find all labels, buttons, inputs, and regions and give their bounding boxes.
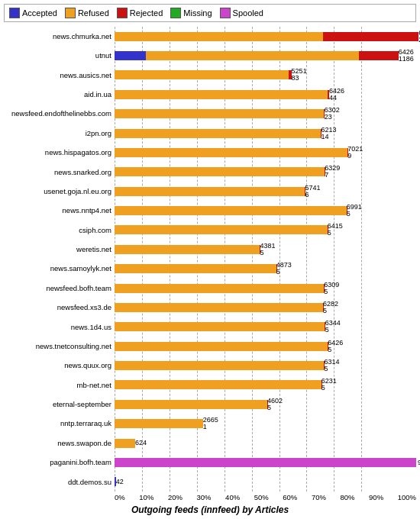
x-label-2: 20% (168, 493, 183, 501)
y-label-16: news.tnetconsulting.net (4, 340, 111, 353)
bar-values-13: 63095 (324, 282, 339, 295)
bar-values-20: 26651 (203, 417, 218, 430)
bar-row-11: 43815 (115, 243, 416, 256)
refused-legend-label: Refused (78, 8, 109, 18)
x-label-4: 40% (225, 493, 240, 501)
legend: AcceptedRefusedRejectedMissingSpooled (4, 4, 416, 22)
bar-rejected-val-4: 23 (325, 114, 340, 121)
y-label-14: newsfeed.xs3.de (4, 301, 111, 314)
chart-area: news.chmurka.netutnutnews.ausics.netaid.… (4, 27, 416, 515)
bar-rejected-val-3: 44 (329, 95, 344, 102)
bar-row-22: 9096 (115, 456, 416, 469)
bar-values-21: 624 (135, 440, 147, 446)
bar-row-1: 64261186 (115, 50, 416, 62)
bar-rejected-val-18: 5 (321, 385, 337, 392)
bar-values-4: 630223 (325, 107, 340, 121)
bar-refused-1 (146, 51, 359, 60)
bar-rejected-0 (323, 32, 419, 41)
legend-item-accepted: Accepted (9, 8, 57, 18)
bar-rejected-val-1: 1186 (399, 56, 414, 63)
y-label-9: news.nntp4.net (4, 204, 111, 218)
bar-refused-10 (115, 225, 328, 234)
bar-values-7: 63297 (325, 165, 340, 179)
bar-refused-20 (115, 419, 203, 428)
bar-row-20: 26651 (115, 417, 416, 430)
bar-refused-21 (115, 439, 135, 448)
bar-refused-16 (115, 342, 328, 351)
bar-refused-7 (115, 167, 325, 176)
bar-row-16: 64265 (115, 340, 416, 353)
chart-container: AcceptedRefusedRejectedMissingSpooled ne… (0, 0, 420, 519)
y-label-17: news.quux.org (4, 359, 111, 372)
bar-refused-0 (115, 32, 323, 41)
bar-row-17: 63145 (115, 359, 416, 372)
bar-rejected-val-11: 5 (260, 250, 275, 256)
bar-refused-9 (115, 206, 347, 215)
bar-row-19: 46025 (115, 398, 416, 411)
bar-row-2: 525183 (115, 69, 416, 81)
bar-values-18: 62315 (321, 378, 337, 392)
bar-rejected-val-7: 7 (325, 172, 340, 179)
bar-values-10: 64155 (328, 223, 343, 237)
bar-row-4: 630223 (115, 108, 416, 120)
y-label-15: news.1d4.us (4, 320, 111, 334)
bar-row-6: 70219 (115, 147, 416, 159)
x-label-7: 70% (312, 493, 326, 501)
bar-row-12: 48735 (115, 263, 416, 275)
bar-refused-15 (115, 322, 325, 331)
y-label-18: mb-net.net (4, 378, 111, 392)
y-label-13: newsfeed.bofh.team (4, 282, 111, 295)
bar-refused-11 (115, 245, 260, 254)
bar-row-14: 62825 (115, 301, 416, 314)
y-label-23: ddt.demos.su (4, 475, 111, 488)
bar-row-7: 63297 (115, 166, 416, 178)
bar-refused-17 (115, 361, 324, 370)
y-label-4: newsfeed.endofthelinebbs.com (4, 107, 111, 121)
bar-row-21: 624 (115, 437, 416, 450)
missing-legend-box (170, 8, 181, 18)
bar-refused-14 (115, 303, 323, 312)
bar-rejected-val-15: 5 (325, 327, 341, 334)
bar-rejected-val-16: 5 (328, 347, 343, 353)
bar-row-15: 63445 (115, 321, 416, 333)
y-label-8: usenet.goja.nl.eu.org (4, 185, 111, 198)
bar-rejected-val-14: 5 (323, 308, 338, 314)
bar-refused-8 (115, 187, 305, 196)
bar-refused-12 (115, 264, 276, 273)
bar-rejected-val-9: 5 (347, 211, 362, 218)
refused-legend-box (65, 8, 76, 18)
x-label-8: 80% (340, 493, 354, 501)
bar-values-6: 70219 (347, 146, 363, 160)
bar-values-17: 63145 (324, 359, 339, 372)
y-label-19: eternal-september (4, 398, 111, 411)
x-label-5: 50% (254, 493, 269, 501)
bar-rejected-val-5: 14 (321, 134, 336, 140)
bar-refused-4 (115, 109, 324, 118)
bar-values-15: 63445 (325, 320, 341, 334)
bar-rejected-val-2: 83 (292, 75, 307, 82)
bars-and-grid: 6277289464261186525183642644630223621314… (115, 27, 416, 492)
bar-refused-19 (115, 400, 267, 409)
bar-spooled-22 (115, 458, 416, 467)
bar-row-23: 42 (115, 475, 416, 488)
bar-row-10: 64155 (115, 224, 416, 236)
bar-values-3: 642644 (329, 88, 344, 102)
bar-rejected-val-12: 5 (276, 269, 292, 276)
bar-values-11: 43815 (260, 243, 275, 256)
bar-refused-6 (115, 148, 347, 157)
bar-values-12: 48735 (276, 262, 292, 276)
y-label-20: nntp.terraraq.uk (4, 417, 111, 430)
x-label-3: 30% (197, 493, 212, 501)
spooled-legend-label: Spooled (233, 8, 263, 18)
legend-item-missing: Missing (170, 8, 212, 18)
y-label-11: weretis.net (4, 243, 111, 256)
x-label-0: 0% (115, 493, 125, 501)
bar-refused-2 (115, 70, 289, 79)
bar-refused-13 (115, 284, 324, 293)
y-labels: news.chmurka.netutnutnews.ausics.netaid.… (4, 27, 115, 492)
bar-accepted-1 (115, 51, 146, 60)
x-label-10: 100% (398, 493, 416, 501)
bar-rejected-1 (359, 51, 399, 60)
bar-values-16: 64265 (328, 340, 343, 353)
bar-values-19: 46025 (267, 398, 283, 411)
